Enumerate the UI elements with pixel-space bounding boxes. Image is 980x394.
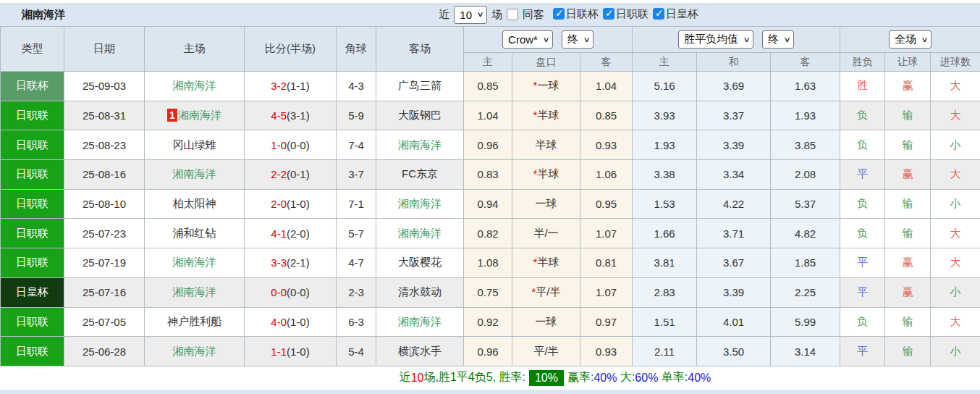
odds-away-subheader: 客 (580, 53, 633, 72)
avg-home-cell: 2.83 (633, 277, 697, 307)
result-handicap-cell: 赢 (885, 248, 931, 278)
handicap-cell: *半球 (512, 101, 580, 130)
away-team-cell: 大阪樱花 (376, 248, 464, 278)
league-label: 日职联 (616, 7, 649, 21)
result-handicap-cell: 输 (885, 219, 931, 248)
match-count-select[interactable]: 10 ∨ 10 (454, 6, 487, 24)
avg-home-cell: 5.16 (633, 72, 697, 101)
fulltime-score: 4-1 (271, 227, 287, 240)
rank-badge: 1 (167, 109, 177, 122)
score-cell: 4-5(3-1) (245, 101, 337, 130)
odds-away-cell: 1.06 (580, 160, 633, 190)
corner-cell: 4-3 (337, 72, 376, 101)
result-handicap-cell: 输 (885, 130, 931, 160)
home-team-cell: 湘南海洋 (145, 337, 245, 366)
halftime-score: (1-0) (287, 345, 310, 358)
odds-group-header: Crow* ∨ Crow* 终 ∨ 终 (464, 27, 633, 53)
result-handicap-cell: 输 (885, 337, 931, 366)
table-row: 日职联25-08-10柏太阳神2-0(1-0)7-1湘南海洋0.94一球0.95… (1, 189, 980, 219)
avg-odds-select[interactable]: 胜平负均值 ∨ 胜平负均值 (678, 30, 753, 49)
away-team-name: 湘南海洋 (398, 138, 442, 151)
result-group-header: 全场 ∨ 全场 (840, 27, 980, 53)
home-team-cell: 1湘南海洋 (145, 101, 245, 130)
away-team-cell: 湘南海洋 (376, 130, 464, 160)
avg-home-cell: 3.93 (633, 101, 697, 130)
avg-home-cell: 3.81 (633, 248, 697, 278)
odds-time-select[interactable]: 终 ∨ 终 (562, 30, 594, 49)
fulltime-score: 4-0 (271, 316, 287, 328)
odds-home-cell: 0.96 (464, 130, 512, 160)
fulltime-score: 0-0 (271, 286, 287, 298)
fulltime-score: 2-2 (271, 168, 287, 180)
result-goals-cell: 大 (931, 101, 980, 130)
avg-away-cell: 4.82 (771, 219, 840, 248)
avg-draw-cell: 3.69 (697, 72, 771, 101)
away-team-name: 广岛三箭 (398, 79, 442, 91)
avg-draw-subheader: 和 (697, 53, 771, 72)
score-cell: 0-0(0-0) (245, 277, 337, 307)
match-date-cell: 25-07-05 (64, 307, 145, 337)
result-goals-cell: 小 (931, 277, 980, 307)
summary-text: 单率: (658, 370, 688, 385)
summary-text: 赢率: (567, 370, 594, 385)
odds-away-cell: 0.95 (580, 189, 633, 219)
fulltime-score: 2-0 (271, 198, 287, 210)
corner-cell: 4-7 (337, 248, 376, 278)
avg-away-cell: 2.25 (771, 277, 840, 307)
score-cell: 4-0(1-0) (245, 307, 337, 337)
table-row: 日职联25-07-05神户胜利船4-0(1-0)6-3湘南海洋0.92一球0.9… (1, 307, 980, 337)
result-goals-subheader: 进球数 (931, 53, 980, 72)
odds-source-select[interactable]: Crow* ∨ Crow* (502, 30, 553, 49)
result-handicap-cell: 输 (885, 101, 931, 130)
fulltime-score: 3-2 (271, 80, 287, 92)
odds-home-subheader: 主 (464, 53, 512, 72)
score-cell: 2-0(1-0) (245, 189, 337, 219)
result-handicap-cell: 输 (885, 189, 931, 219)
col-type-header: 类型 (1, 27, 64, 72)
halftime-score: (1-0) (287, 198, 310, 210)
result-wdl-cell: 负 (840, 189, 885, 219)
odds-away-cell: 1.07 (580, 219, 633, 248)
odds-away-cell: 1.04 (580, 72, 633, 101)
team-title: 湘南海洋 (22, 8, 65, 22)
fulltime-score: 1-0 (271, 139, 287, 151)
match-type-cell: 日皇杯 (1, 277, 64, 307)
corner-cell: 6-3 (337, 307, 376, 337)
away-team-name: 湘南海洋 (398, 227, 442, 239)
match-type-cell: 日联杯 (1, 72, 64, 101)
league-checkbox-0[interactable] (553, 8, 565, 20)
fulltime-score: 1-1 (271, 345, 287, 358)
match-date-cell: 25-07-16 (64, 277, 145, 307)
league-label: 日皇杯 (666, 7, 698, 21)
corner-cell: 3-7 (337, 160, 376, 190)
home-team-cell: 浦和红钻 (145, 219, 245, 248)
avg-time-select[interactable]: 终 ∨ 终 (762, 30, 794, 49)
league-checkbox-1[interactable] (603, 8, 614, 20)
footer-summary: 近10场,胜1平4负5, 胜率:10%赢率:40% 大:60% 单率:40% (0, 366, 980, 390)
odds-away-cell: 0.81 (580, 248, 633, 278)
odds-home-cell: 1.04 (464, 101, 512, 130)
result-wdl-cell: 负 (840, 101, 885, 130)
league-filter-item: 日联杯 (553, 7, 599, 21)
handicap-cell: 一球 (512, 189, 580, 219)
col-home-header: 主场 (145, 27, 245, 72)
result-handicap-subheader: 让球 (885, 53, 931, 72)
avg-away-cell: 3.14 (771, 337, 840, 366)
summary-text: 40% (594, 372, 617, 385)
odds-home-cell: 0.75 (464, 277, 512, 307)
corner-cell: 5-9 (337, 101, 376, 130)
halftime-score: (1-1) (287, 80, 310, 92)
result-scope-select[interactable]: 全场 ∨ 全场 (889, 30, 932, 49)
league-checkbox-2[interactable] (653, 8, 664, 20)
away-team-name: 横滨水手 (398, 345, 442, 357)
odds-home-cell: 0.94 (464, 189, 512, 219)
result-goals-cell: 大 (931, 248, 980, 278)
avg-away-cell: 1.63 (771, 72, 840, 101)
home-team-name: 浦和红钻 (173, 227, 216, 239)
avg-draw-cell: 3.67 (697, 248, 771, 278)
avg-home-cell: 1.53 (633, 189, 697, 219)
match-stats-page: 湘南海洋 近 10 ∨ 10 场 同客 日联杯日职联日皇杯 类型 日期 主场 (0, 0, 980, 394)
away-team-name: 湘南海洋 (398, 315, 442, 327)
score-cell: 1-0(0-0) (245, 130, 337, 160)
same-away-checkbox[interactable] (507, 9, 518, 20)
